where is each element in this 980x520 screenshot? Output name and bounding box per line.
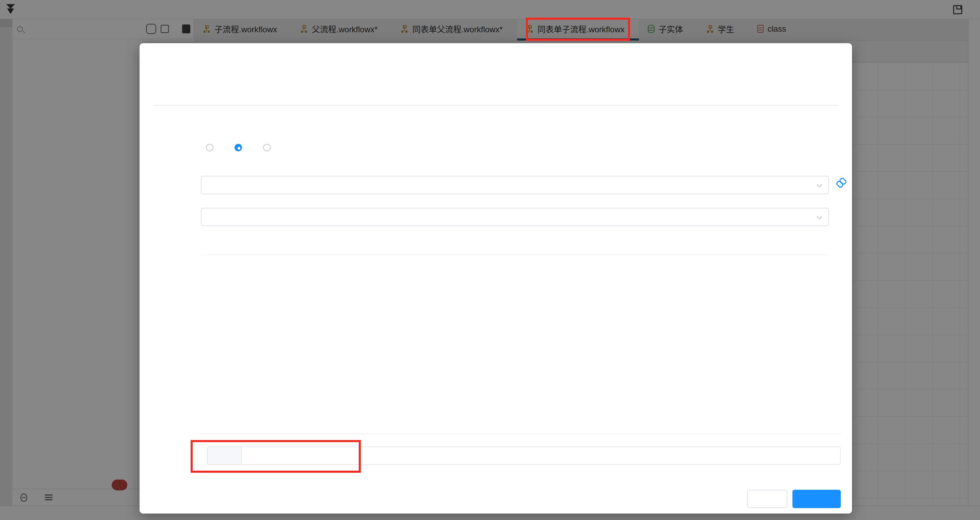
radio-form-dot-icon bbox=[234, 144, 242, 151]
annotation-rect-active-tab bbox=[526, 18, 630, 41]
cancel-button[interactable] bbox=[747, 490, 788, 508]
online-form-select[interactable] bbox=[201, 176, 829, 194]
open-form-link-icon[interactable] bbox=[832, 174, 850, 192]
radio-url[interactable] bbox=[263, 144, 275, 151]
dialog-tab-bar bbox=[153, 105, 838, 106]
radio-none[interactable] bbox=[206, 144, 218, 151]
status-select[interactable] bbox=[201, 208, 829, 226]
radio-none-dot-icon bbox=[206, 144, 213, 151]
radio-url-dot-icon bbox=[263, 144, 270, 151]
chevron-down-icon bbox=[817, 182, 822, 188]
radio-form[interactable] bbox=[234, 144, 247, 151]
chevron-down-icon bbox=[817, 214, 822, 220]
fields-table-header bbox=[201, 235, 830, 255]
app-window: 子流程.workflowx 父流程.workflowx* 同表单父流程.work… bbox=[0, 0, 980, 520]
form-radio-group bbox=[206, 144, 275, 151]
section-divider bbox=[201, 434, 841, 434]
fields-table bbox=[201, 235, 830, 255]
annotation-rect-param bbox=[191, 440, 361, 473]
ok-button[interactable] bbox=[792, 490, 841, 508]
